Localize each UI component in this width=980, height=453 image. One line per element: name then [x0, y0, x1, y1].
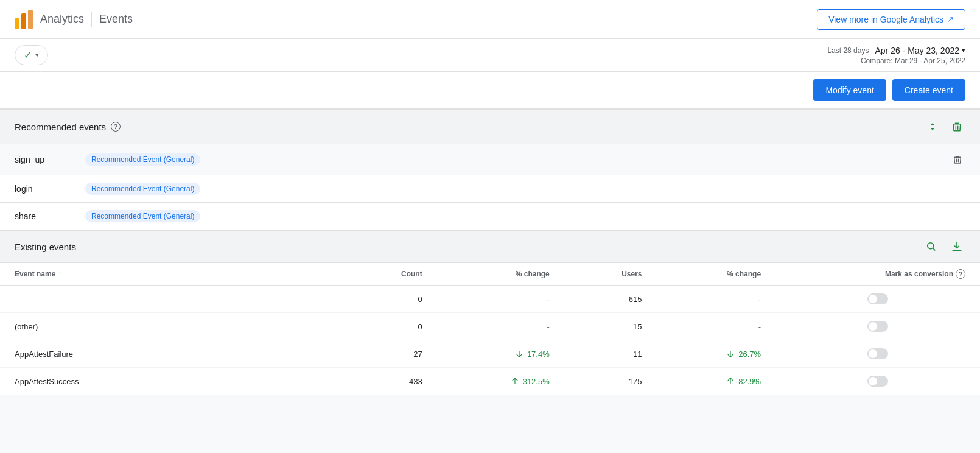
- td-event-name: AppAttestSuccess: [0, 368, 343, 395]
- date-compare: Compare: Mar 29 - Apr 25, 2022: [827, 57, 965, 65]
- users-change-neutral: -: [758, 295, 761, 304]
- download-events-icon[interactable]: [948, 238, 965, 255]
- td-users-change: -: [657, 313, 776, 340]
- th-users[interactable]: Users: [564, 263, 657, 286]
- td-users: 11: [564, 340, 657, 368]
- event-row-share: share Recommended Event (General): [0, 203, 980, 230]
- recommended-events-header: Recommended events ?: [0, 110, 980, 144]
- td-count-change: 312.5%: [437, 368, 564, 395]
- td-users-change: 82.9%: [657, 368, 776, 395]
- td-users-change: 26.7%: [657, 340, 776, 368]
- date-range-container: Last 28 days Apr 26 - May 23, 2022 ▾ Com…: [827, 46, 965, 65]
- conversion-toggle[interactable]: [867, 348, 888, 359]
- td-count: 0: [343, 286, 437, 313]
- event-row-login: login Recommended Event (General): [0, 175, 980, 203]
- td-count: 433: [343, 368, 437, 395]
- conversion-toggle[interactable]: [867, 376, 888, 387]
- search-events-icon[interactable]: [923, 238, 940, 255]
- action-buttons-row: Modify event Create event: [0, 72, 980, 109]
- existing-events-header: Existing events: [0, 231, 980, 263]
- event-row-signup: sign_up Recommended Event (General): [0, 144, 980, 175]
- td-users-change: -: [657, 286, 776, 313]
- th-count[interactable]: Count: [343, 263, 437, 286]
- conversion-toggle[interactable]: [867, 293, 888, 304]
- count-change-neutral: -: [547, 322, 549, 331]
- th-count-change: % change: [437, 263, 564, 286]
- delete-signup-icon[interactable]: [950, 152, 965, 167]
- td-count: 0: [343, 313, 437, 340]
- modify-event-button[interactable]: Modify event: [813, 79, 886, 101]
- header-subtitle: Events: [99, 13, 133, 26]
- chevron-down-icon: ▾: [35, 51, 39, 59]
- header-left: Analytics Events: [15, 10, 133, 29]
- analytics-logo: [15, 10, 33, 29]
- count-change-down: 17.4%: [452, 349, 550, 359]
- td-count-change: 17.4%: [437, 340, 564, 368]
- logo-bar-1: [15, 18, 19, 29]
- header: Analytics Events View more in Google Ana…: [0, 0, 980, 39]
- td-conversion: [775, 368, 980, 395]
- create-event-button[interactable]: Create event: [892, 79, 965, 101]
- date-range-main[interactable]: Last 28 days Apr 26 - May 23, 2022 ▾: [827, 46, 965, 55]
- table-row: AppAttestFailure 27 17.4% 11 26.7%: [0, 340, 980, 368]
- check-icon: ✓: [24, 49, 32, 61]
- recommended-events-title: Recommended events: [15, 122, 106, 132]
- recommended-events-section: Recommended events ? sign_up Recommended…: [0, 109, 980, 230]
- th-event-name[interactable]: Event name ↑: [0, 263, 343, 286]
- td-users: 175: [564, 368, 657, 395]
- td-count: 27: [343, 340, 437, 368]
- conversion-help-icon[interactable]: ?: [956, 269, 965, 279]
- table-row: AppAttestSuccess 433 312.5% 175 82.9%: [0, 368, 980, 395]
- external-link-icon: ↗: [947, 15, 954, 24]
- th-conversion: Mark as conversion ?: [775, 263, 980, 286]
- conversion-toggle[interactable]: [867, 321, 888, 332]
- logo-bar-3: [28, 10, 33, 29]
- existing-events-actions: [923, 238, 965, 255]
- td-event-name: AppAttestFailure: [0, 340, 343, 368]
- td-event-name: (other): [0, 313, 343, 340]
- sort-toggle-icon[interactable]: [924, 118, 941, 135]
- event-name-share: share: [15, 211, 75, 221]
- table-header-row: Event name ↑ Count % change Users % chan…: [0, 263, 980, 286]
- header-divider: [91, 12, 92, 27]
- recommended-events-title-group: Recommended events ?: [15, 122, 121, 132]
- th-users-change: % change: [657, 263, 776, 286]
- date-range-value: Apr 26 - May 23, 2022: [875, 46, 959, 55]
- event-name-login: login: [15, 184, 75, 194]
- users-change-up: 82.9%: [671, 377, 761, 386]
- event-tag-share[interactable]: Recommended Event (General): [85, 210, 200, 222]
- view-more-google-analytics-button[interactable]: View more in Google Analytics ↗: [817, 9, 965, 30]
- recommended-section-actions: [924, 118, 965, 135]
- recommended-events-help-icon[interactable]: ?: [111, 122, 121, 132]
- td-count-change: -: [437, 286, 564, 313]
- date-label: Last 28 days: [827, 46, 869, 55]
- event-tag-signup[interactable]: Recommended Event (General): [85, 153, 200, 166]
- filter-button[interactable]: ✓ ▾: [15, 45, 48, 65]
- td-conversion: [775, 286, 980, 313]
- users-change-neutral: -: [758, 322, 761, 331]
- td-users: 615: [564, 286, 657, 313]
- event-tag-login[interactable]: Recommended Event (General): [85, 183, 200, 195]
- td-count-change: -: [437, 313, 564, 340]
- toolbar-row: ✓ ▾ Last 28 days Apr 26 - May 23, 2022 ▾…: [0, 39, 980, 72]
- sort-icon: ↑: [58, 270, 61, 278]
- table-row: (other) 0 - 15 -: [0, 313, 980, 340]
- users-change-down: 26.7%: [671, 349, 761, 359]
- view-more-label: View more in Google Analytics: [828, 15, 943, 24]
- td-event-name: [0, 286, 343, 313]
- count-change-neutral: -: [547, 295, 549, 304]
- td-conversion: [775, 340, 980, 368]
- table-row: 0 - 615 -: [0, 286, 980, 313]
- td-conversion: [775, 313, 980, 340]
- count-change-up: 312.5%: [452, 377, 550, 386]
- existing-events-section: Existing events Event name ↑: [0, 230, 980, 395]
- header-title: Analytics: [40, 13, 84, 26]
- logo-bar-2: [21, 13, 26, 29]
- existing-events-title: Existing events: [15, 242, 76, 252]
- date-dropdown-icon: ▾: [962, 46, 965, 54]
- delete-section-icon[interactable]: [948, 118, 965, 135]
- existing-events-table: Event name ↑ Count % change Users % chan…: [0, 263, 980, 395]
- event-name-signup: sign_up: [15, 155, 75, 164]
- event-row-signup-right: [950, 152, 965, 167]
- td-users: 15: [564, 313, 657, 340]
